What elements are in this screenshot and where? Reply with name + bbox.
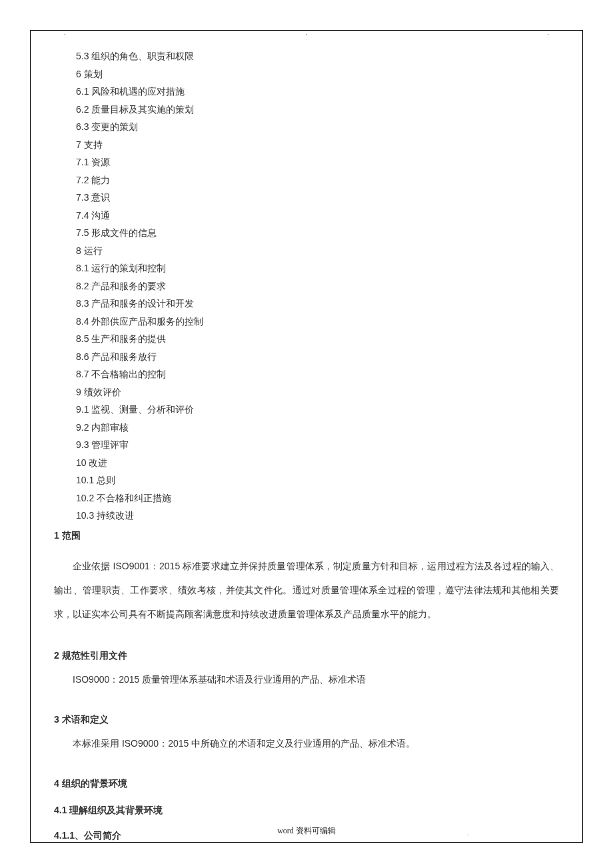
toc-item: 8.2 产品和服务的要求 <box>76 277 582 295</box>
toc-item: 6.1 风险和机遇的应对措施 <box>76 83 582 101</box>
toc-item: 10.2 不合格和纠正措施 <box>76 489 582 507</box>
toc-item: 10.1 总则 <box>76 471 582 489</box>
toc-item: 10.3 持续改进 <box>76 507 582 525</box>
toc-item: 7.2 能力 <box>76 171 582 189</box>
header-dots: . . . <box>31 29 582 36</box>
toc-item: 9.2 内部审核 <box>76 419 582 437</box>
toc-item: 5.3 组织的角色、职责和权限 <box>76 47 582 65</box>
spacer <box>31 626 582 645</box>
section-3-heading: 3 术语和定义 <box>54 714 582 726</box>
toc-item: 9 绩效评价 <box>76 383 582 401</box>
toc-item: 8 运行 <box>76 242 582 260</box>
document-page: . . . 5.3 组织的角色、职责和权限 6 策划 6.1 风险和机遇的应对措… <box>30 30 583 843</box>
toc-item: 8.3 产品和服务的设计和开发 <box>76 295 582 313</box>
header-dot: . <box>64 29 66 36</box>
section-1-heading: 1 范围 <box>54 530 582 542</box>
section-2-heading: 2 规范性引用文件 <box>54 650 582 662</box>
header-dot: . <box>547 29 549 36</box>
footer-right-dot: . <box>467 830 469 837</box>
toc-item: 7.1 资源 <box>76 153 582 171</box>
toc-item: 8.6 产品和服务放行 <box>76 348 582 366</box>
spacer <box>31 690 582 709</box>
toc-item: 8.1 运行的策划和控制 <box>76 259 582 277</box>
toc-item: 7 支持 <box>76 136 582 154</box>
toc-item: 9.3 管理评审 <box>76 436 582 454</box>
toc-item: 7.4 沟通 <box>76 207 582 225</box>
toc-item: 6.3 变更的策划 <box>76 118 582 136</box>
toc-item: 10 改进 <box>76 454 582 472</box>
header-dot: . <box>306 29 308 36</box>
section-4-1-heading: 4.1 理解组织及其背景环境 <box>54 805 582 817</box>
section-4-heading: 4 组织的背景环境 <box>54 778 582 790</box>
toc-item: 6.2 质量目标及其实施的策划 <box>76 101 582 119</box>
toc-item: 8.7 不合格输出的控制 <box>76 365 582 383</box>
table-of-contents: 5.3 组织的角色、职责和权限 6 策划 6.1 风险和机遇的应对措施 6.2 … <box>76 47 582 525</box>
toc-item: 7.5 形成文件的信息 <box>76 224 582 242</box>
spacer <box>31 754 582 773</box>
toc-item: 7.3 意识 <box>76 189 582 207</box>
section-1-paragraph: 企业依据 ISO9001：2015 标准要求建立并保持质量管理体系，制定质量方针… <box>54 554 559 626</box>
section-3-paragraph: 本标准采用 ISO9000：2015 中所确立的术语和定义及行业通用的产品、标准… <box>54 733 559 754</box>
toc-item: 6 策划 <box>76 65 582 83</box>
toc-item: 9.1 监视、测量、分析和评价 <box>76 401 582 419</box>
toc-item: 8.4 外部供应产品和服务的控制 <box>76 313 582 331</box>
footer-text: word 资料可编辑 <box>31 825 582 837</box>
toc-item: 8.5 生产和服务的提供 <box>76 330 582 348</box>
section-2-paragraph: ISO9000：2015 质量管理体系基础和术语及行业通用的产品、标准术语 <box>54 669 559 690</box>
